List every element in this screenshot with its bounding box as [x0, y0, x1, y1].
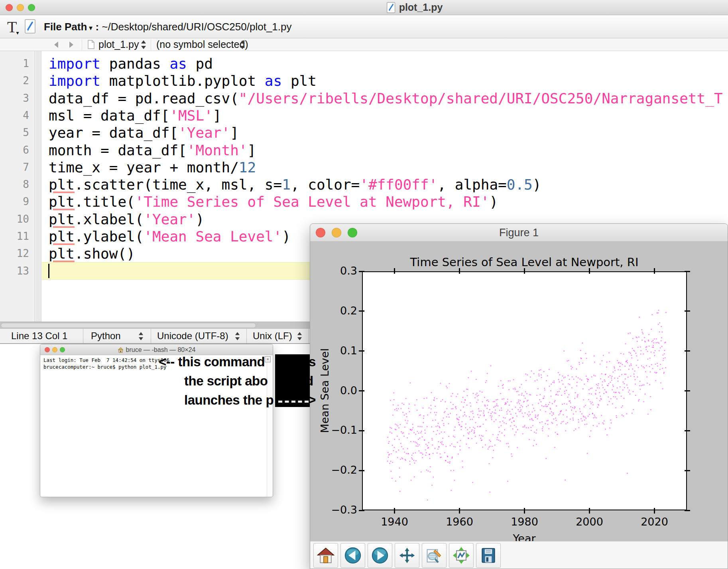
text-cursor [48, 264, 49, 278]
tick-mark [685, 390, 690, 391]
tick-mark [359, 510, 364, 511]
annotation-line2: the script abo [184, 373, 268, 389]
terminal-page-icon[interactable]: ≡ [265, 356, 271, 362]
code-line[interactable]: plt.title('Time Series of Sea Level at N… [49, 193, 498, 210]
tick-mark [459, 508, 460, 514]
text-options-icon[interactable]: T▾ [7, 18, 19, 36]
zoom-button[interactable] [348, 228, 357, 237]
code-line[interactable]: import pandas as pd [49, 55, 213, 72]
tick-mark [394, 508, 395, 514]
line-number: 7 [1, 159, 29, 176]
nav-bar: plot_1.py (no symbol selected) [0, 38, 728, 51]
y-tick-label: −0.1 [310, 424, 357, 436]
tick-mark [359, 390, 364, 391]
home-folder-icon [118, 347, 124, 353]
back-arrow-icon[interactable] [52, 41, 61, 49]
y-tick-label: 0.3 [310, 265, 357, 277]
minimize-button[interactable] [52, 347, 57, 352]
line-number: 13 [1, 263, 29, 280]
stepper-icon[interactable] [140, 40, 147, 50]
pan-button[interactable] [395, 543, 419, 568]
language-menu[interactable]: Python [91, 329, 121, 344]
stepper-icon[interactable] [297, 331, 303, 341]
encoding-menu[interactable]: Unicode (UTF-8) [157, 329, 228, 344]
line-number: 12 [1, 245, 29, 262]
figure-window: Figure 1 Time Series of Sea Level at New… [310, 223, 728, 569]
figure-titlebar: Figure 1 [310, 224, 728, 242]
back-button[interactable] [340, 543, 365, 568]
back-icon [344, 547, 362, 564]
forward-button[interactable] [368, 543, 392, 568]
code-line[interactable]: plt.show() [49, 245, 135, 262]
document-pencil-icon[interactable] [25, 19, 35, 34]
line-number: 3 [1, 90, 29, 107]
y-tick-label: 0.2 [310, 304, 357, 317]
minimize-button[interactable] [332, 228, 341, 237]
zoom-rect-icon [425, 547, 443, 564]
tick-mark [685, 310, 690, 312]
pan-icon [398, 547, 416, 564]
close-button[interactable] [45, 347, 50, 352]
cursor-position: Line 13 Col 1 [11, 329, 67, 344]
figure-toolbar [310, 541, 728, 569]
editor-titlebar: plot_1.py [0, 0, 728, 15]
gutter-strip [35, 51, 41, 322]
tick-mark [359, 271, 364, 272]
close-button[interactable] [6, 4, 13, 11]
annotation-line3: launches the p [184, 393, 273, 408]
stepper-icon[interactable] [239, 40, 246, 50]
home-button[interactable] [313, 543, 338, 568]
line-number: 10 [1, 211, 29, 228]
chart-title: Time Series of Sea Level at Newport, RI [410, 255, 639, 269]
tick-mark [685, 430, 690, 431]
code-line[interactable]: data_df = pd.read_csv("/Users/ribells/De… [49, 90, 723, 107]
line-endings-menu[interactable]: Unix (LF) [253, 329, 292, 344]
forward-arrow-icon[interactable] [67, 41, 76, 49]
code-line[interactable]: plt.scatter(time_x, msl, s=1, color='#ff… [49, 176, 541, 193]
line-number: 9 [1, 193, 29, 210]
code-line[interactable]: plt.xlabel('Year') [49, 211, 204, 228]
home-icon [317, 547, 334, 564]
document-icon [88, 40, 94, 49]
terminal-prompt-line[interactable]: brucecacomputer:~ bruce$ python plot_1.p… [43, 364, 167, 370]
line-number: 5 [1, 124, 29, 141]
code-line[interactable]: import matplotlib.pyplot as plt [49, 72, 317, 89]
tick-mark [359, 470, 364, 471]
forward-icon [371, 547, 389, 564]
stepper-icon[interactable] [138, 331, 144, 341]
code-line[interactable]: plt.ylabel('Mean Sea Level') [49, 228, 291, 245]
scrollbar-thumb[interactable] [1, 323, 256, 328]
line-number: 4 [1, 107, 29, 124]
code-line[interactable]: year = data_df['Year'] [49, 124, 239, 141]
subplots-button[interactable] [449, 543, 474, 568]
file-dropdown[interactable]: plot_1.py [98, 38, 139, 51]
line-number: 6 [1, 142, 29, 159]
axes-frame [362, 271, 687, 510]
close-button[interactable] [316, 228, 325, 237]
zoom-button[interactable] [28, 4, 35, 11]
subplots-icon [453, 547, 470, 564]
y-tick-label: 0.1 [310, 344, 357, 357]
save-button[interactable] [476, 543, 501, 568]
tick-mark [654, 268, 655, 274]
symbol-dropdown[interactable]: (no symbol selected) [156, 38, 248, 51]
stepper-icon[interactable] [234, 331, 240, 341]
tick-mark [459, 268, 460, 274]
tick-mark [394, 268, 395, 274]
code-line[interactable]: month = data_df['Month'] [49, 142, 256, 159]
zoom-button[interactable] [60, 347, 65, 352]
figure-title: Figure 1 [499, 224, 539, 242]
tick-mark [685, 350, 690, 352]
line-number: 2 [1, 72, 29, 89]
zoom-button-toolbar[interactable] [422, 543, 447, 568]
filepath[interactable]: File Path ▾ : ~/Desktop/shared/URI/OSC25… [44, 15, 291, 38]
window-title-text: plot_1.py [399, 2, 443, 13]
redaction-box [275, 354, 310, 407]
minimize-button[interactable] [17, 4, 24, 11]
code-line[interactable]: msl = data_df['MSL'] [49, 107, 222, 124]
tick-mark [524, 508, 525, 514]
code-line[interactable]: time_x = year + month/12 [49, 159, 256, 176]
terminal-title-text: bruce — -bash — 80×24 [126, 346, 196, 354]
tick-mark [685, 510, 690, 511]
annotation-arrow-dashes [278, 401, 309, 403]
